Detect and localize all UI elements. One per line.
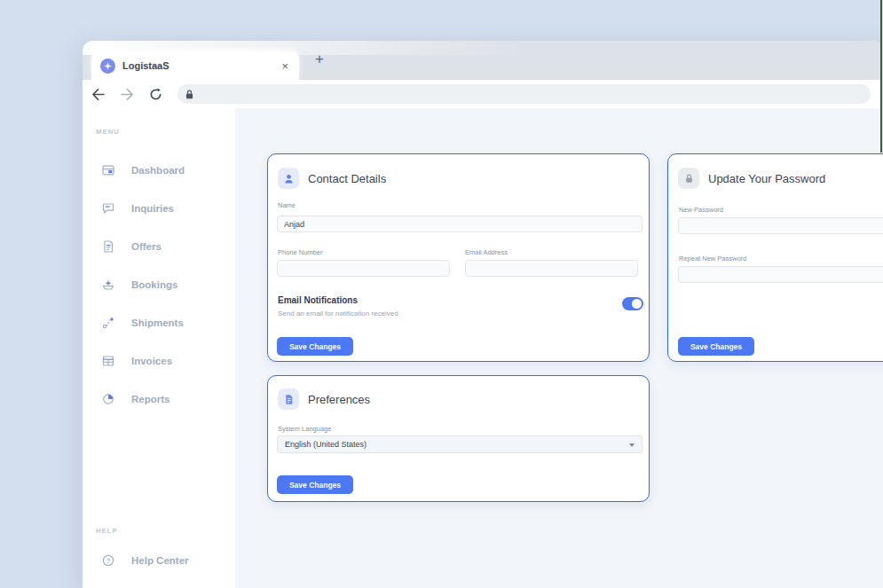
svg-text:?: ?: [106, 556, 111, 564]
card-title: Contact Details: [308, 172, 386, 185]
sidebar-item-label: Bookings: [131, 279, 177, 290]
logistaas-favicon: [100, 59, 115, 74]
new-tab-icon[interactable]: +: [306, 46, 333, 73]
repeat-password-field[interactable]: [678, 266, 883, 283]
sidebar-item-label: Reports: [131, 394, 170, 404]
sidebar-item-label: Help Center: [131, 555, 189, 566]
preferences-card: Preferences System Language English (Uni…: [267, 375, 650, 502]
contact-details-card: Contact Details Name Phone Number Email …: [267, 153, 650, 362]
sidebar-section-menu: MENU: [96, 128, 120, 136]
person-icon: [278, 168, 299, 189]
repeat-password-label: Repeat New Password: [679, 255, 746, 263]
system-language-label: System Language: [278, 425, 331, 433]
update-password-card: Update Your Password New Password Repeat…: [667, 153, 883, 362]
phone-label: Phone Number: [278, 248, 322, 256]
document-icon: [102, 240, 114, 253]
sidebar: MENU Dashboard: [83, 108, 235, 588]
tab-strip: LogistaaS × +: [83, 41, 883, 80]
sidebar-item-reports[interactable]: Reports: [83, 380, 235, 418]
chevron-down-icon: [629, 443, 635, 447]
email-label: Email Address: [465, 248, 508, 256]
phone-field[interactable]: [277, 260, 450, 277]
toggle-knob: [632, 299, 642, 309]
chat-bubble-icon: [102, 202, 114, 215]
tab-title: LogistaaS: [122, 60, 280, 71]
card-header: Contact Details: [278, 168, 386, 189]
sidebar-item-shipments[interactable]: Shipments: [83, 303, 235, 341]
sidebar-item-inquiries[interactable]: Inquiries: [83, 189, 235, 227]
sidebar-section-help: HELP: [96, 527, 118, 535]
email-notifications-label: Email Notifications: [278, 295, 358, 305]
sidebar-item-dashboard[interactable]: Dashboard: [83, 151, 235, 189]
sidebar-item-label: Inquiries: [131, 203, 174, 214]
tab-close-icon[interactable]: ×: [280, 59, 290, 74]
new-password-label: New Password: [679, 206, 723, 214]
sidebar-item-help-center[interactable]: ? Help Center: [83, 541, 235, 579]
forward-icon[interactable]: [119, 86, 135, 102]
name-label: Name: [278, 201, 296, 209]
refresh-icon[interactable]: [147, 86, 163, 102]
save-button[interactable]: Save Changes: [277, 475, 353, 494]
dashboard-grid-icon: [102, 164, 114, 176]
save-button[interactable]: Save Changes: [277, 337, 353, 356]
table-icon: [102, 355, 114, 367]
card-header: Update Your Password: [678, 168, 825, 189]
pie-chart-icon: [102, 393, 114, 405]
save-button[interactable]: Save Changes: [678, 337, 754, 356]
browser-tab[interactable]: LogistaaS ×: [91, 51, 299, 80]
sidebar-item-label: Invoices: [131, 356, 172, 366]
question-circle-icon: ?: [102, 554, 114, 567]
ship-icon: [102, 278, 114, 291]
route-icon: [102, 317, 114, 329]
card-title: Update Your Password: [708, 172, 825, 185]
sidebar-item-offers[interactable]: Offers: [83, 227, 235, 265]
file-icon: [278, 388, 299, 410]
lock-icon: [678, 168, 699, 189]
name-field[interactable]: [277, 216, 643, 232]
card-header: Preferences: [278, 388, 370, 410]
lock-icon: [185, 90, 193, 99]
new-password-field[interactable]: [678, 217, 883, 234]
email-notifications-toggle[interactable]: [622, 297, 643, 310]
email-field[interactable]: [465, 260, 638, 277]
card-title: Preferences: [308, 393, 370, 406]
address-bar[interactable]: [177, 84, 871, 104]
sidebar-item-label: Offers: [131, 241, 162, 252]
browser-toolbar: [83, 80, 883, 108]
selected-language: English (United States): [285, 440, 367, 449]
sidebar-item-label: Shipments: [131, 318, 184, 328]
sidebar-item-bookings[interactable]: Bookings: [83, 265, 235, 303]
email-notifications-description: Send an email for notification received: [278, 310, 398, 318]
system-language-select[interactable]: English (United States): [277, 435, 643, 453]
sidebar-item-invoices[interactable]: Invoices: [83, 341, 235, 380]
sidebar-nav: Dashboard Inquiries: [83, 151, 235, 418]
sidebar-item-label: Dashboard: [131, 165, 185, 176]
back-icon[interactable]: [90, 86, 106, 102]
